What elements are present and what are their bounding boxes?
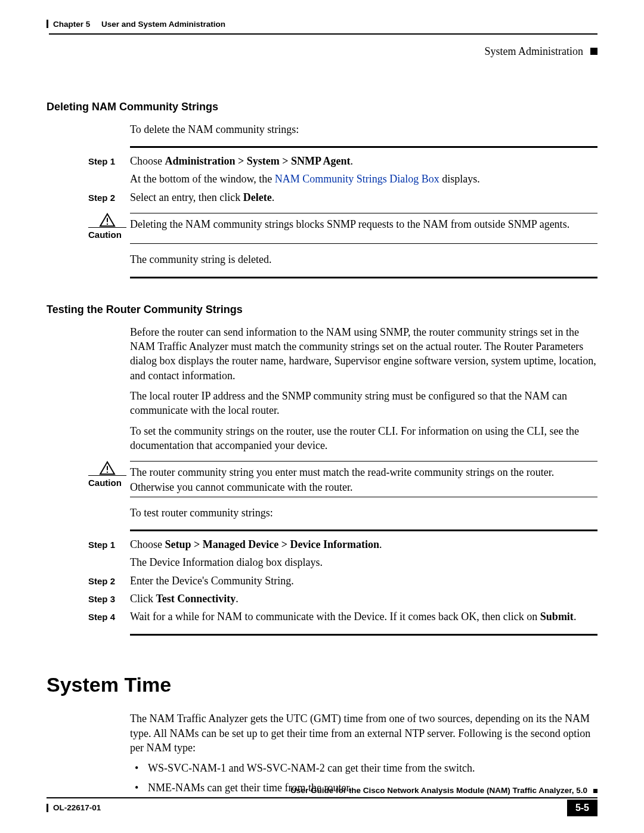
- square-icon: [590, 48, 597, 55]
- text: displays.: [439, 173, 480, 185]
- delete-intro: To delete the NAM community strings:: [130, 122, 597, 137]
- test-step4: Step 4 Wait for a while for NAM to commu…: [47, 609, 597, 624]
- caution-text: The router community string you enter mu…: [130, 465, 597, 494]
- step-body: Enter the Device's Community String.: [130, 574, 597, 588]
- menu-path: Setup > Managed Device > Device Informat…: [165, 538, 379, 550]
- test-p3: To set the community strings on the rout…: [130, 424, 597, 453]
- step-body: Select an entry, then click Delete.: [130, 190, 597, 205]
- caution-block-delete: Caution Deleting the NAM community strin…: [47, 213, 597, 241]
- caution-rule: [130, 461, 597, 462]
- rule: [130, 529, 597, 531]
- delete-after: The community string is deleted.: [130, 252, 597, 267]
- delete-step2: Step 2 Select an entry, then click Delet…: [47, 190, 597, 205]
- text: Choose: [130, 538, 165, 550]
- text: .: [236, 593, 239, 605]
- bullet-item: WS-SVC-NAM-1 and WS-SVC-NAM-2 can get th…: [141, 761, 597, 775]
- caution-rule: [130, 213, 597, 213]
- delete-step1: Step 1 Choose Administration > System > …: [47, 154, 597, 187]
- svg-point-5: [107, 472, 108, 473]
- page-header: Chapter 5 User and System Administration: [47, 19, 597, 30]
- text: At the bottom of the window, the: [130, 173, 275, 185]
- text: Select an entry, then click: [130, 191, 243, 203]
- text: .: [574, 611, 577, 623]
- menu-path: Administration > System > SNMP Agent: [165, 155, 351, 167]
- rule: [130, 277, 597, 278]
- test-p2: The local router IP address and the SNMP…: [130, 389, 597, 418]
- test-step3: Step 3 Click Test Connectivity.: [47, 592, 597, 606]
- step-label: Step 1: [47, 156, 130, 168]
- step-label: Step 3: [47, 593, 130, 605]
- step-label: Step 2: [47, 575, 130, 587]
- systime-p1: The NAM Traffic Analyzer gets the UTC (G…: [130, 711, 597, 755]
- step-body: Wait for a while for NAM to communicate …: [130, 609, 597, 624]
- page: Chapter 5 User and System Administration…: [0, 0, 644, 833]
- step-body: Choose Setup > Managed Device > Device I…: [130, 537, 597, 570]
- test-step2: Step 2 Enter the Device's Community Stri…: [47, 574, 597, 588]
- page-footer: User Guide for the Cisco Network Analysi…: [47, 785, 597, 816]
- footer-bar-icon: [47, 804, 48, 812]
- caution-icon: [99, 213, 116, 227]
- bold: Test Connectivity: [156, 593, 236, 605]
- breadcrumb: System Administration: [484, 44, 583, 58]
- text: Choose: [130, 155, 165, 167]
- caution-label: Caution: [88, 477, 130, 489]
- test-p1: Before the router can send information t…: [130, 325, 597, 383]
- rule: [130, 497, 597, 497]
- text: .: [272, 191, 275, 203]
- rule: [130, 146, 597, 148]
- rule: [130, 634, 597, 636]
- link-nam-dialog[interactable]: NAM Community Strings Dialog Box: [275, 173, 439, 185]
- caution-label: Caution: [88, 229, 130, 241]
- section-title-systime: System Time: [47, 671, 597, 699]
- text: Wait for a while for NAM to communicate …: [130, 611, 540, 623]
- step-label: Step 2: [47, 192, 130, 204]
- section-title-delete: Deleting NAM Community Strings: [47, 100, 597, 114]
- chapter-number: Chapter 5: [53, 20, 90, 29]
- header-right: System Administration: [47, 44, 597, 58]
- header-left: Chapter 5 User and System Administration: [47, 19, 225, 30]
- text: .: [379, 538, 382, 550]
- caution-text: Deleting the NAM community strings block…: [130, 217, 597, 231]
- text: The Device Information dialog box displa…: [130, 555, 597, 569]
- page-number: 5-5: [567, 800, 597, 816]
- bold: Submit: [540, 611, 574, 623]
- test-step1: Step 1 Choose Setup > Managed Device > D…: [47, 537, 597, 570]
- header-bar-icon: [47, 20, 48, 28]
- header-rule: [49, 33, 597, 35]
- footer-docnum: OL-22617-01: [53, 803, 101, 813]
- text: .: [351, 155, 354, 167]
- square-icon: [593, 789, 597, 793]
- svg-point-2: [107, 224, 108, 225]
- text: Click: [130, 593, 156, 605]
- footer-guide: User Guide for the Cisco Network Analysi…: [290, 785, 587, 796]
- chapter-title: User and System Administration: [101, 20, 225, 29]
- step-body: Click Test Connectivity.: [130, 592, 597, 606]
- step-body: Choose Administration > System > SNMP Ag…: [130, 154, 597, 187]
- step-label: Step 1: [47, 539, 130, 551]
- rule: [130, 243, 597, 244]
- step-label: Step 4: [47, 611, 130, 623]
- section-title-test: Testing the Router Community Strings: [47, 302, 597, 317]
- caution-icon: [99, 461, 116, 475]
- test-intro2: To test router community strings:: [130, 506, 597, 520]
- delete-bold: Delete: [243, 191, 272, 203]
- caution-block-test: Caution The router community string you …: [47, 461, 597, 494]
